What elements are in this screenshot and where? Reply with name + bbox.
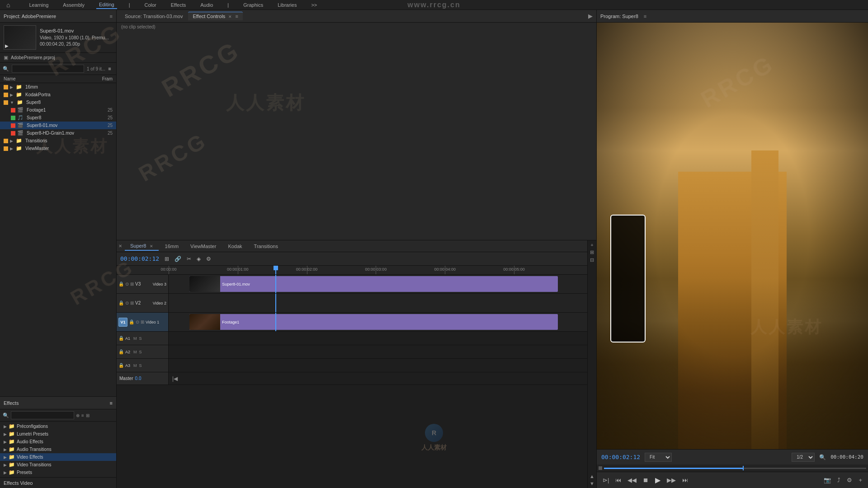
track-lock-v1[interactable]: 🔒 — [129, 319, 134, 324]
track-content-a3[interactable] — [169, 359, 587, 372]
clip-footage1-v1[interactable]: Footage1 — [189, 314, 558, 330]
tab-effect-controls[interactable]: Effect Controls ✕ ≡ — [188, 12, 243, 20]
track-content-a1[interactable] — [169, 332, 587, 345]
effects-btn1[interactable]: ⊕ — [76, 413, 80, 418]
timeline-ruler[interactable]: 00:00:00 00:00:01:00 00:00:02:00 00:00:0… — [117, 266, 587, 275]
effects-btn2[interactable]: ≡ — [81, 413, 84, 418]
track-m-a1[interactable]: M — [133, 336, 137, 341]
effects-menu-icon[interactable]: ≡ — [110, 400, 113, 406]
timeline-tab-kodak[interactable]: Kodak — [222, 242, 247, 250]
nav-libraries[interactable]: Libraries — [275, 1, 299, 9]
program-menu-icon[interactable]: ≡ — [644, 14, 646, 19]
timeline-tool-settings[interactable]: ⚙ — [204, 255, 213, 263]
ctrl-stop[interactable]: ⏹ — [641, 475, 651, 485]
timeline-tab-viewmaster[interactable]: ViewMaster — [185, 242, 222, 250]
track-sync-v3[interactable]: ⊞ — [130, 282, 134, 286]
list-item-kodakportra[interactable]: ▶ 📁 KodakPortra — [0, 91, 116, 99]
project-menu-icon[interactable]: ≡ — [110, 14, 113, 19]
ctrl-export-btn[interactable]: ⤴ — [835, 475, 843, 485]
track-content-a2[interactable] — [169, 345, 587, 358]
track-s-a2[interactable]: S — [139, 350, 142, 354]
timeline-tool-snap[interactable]: ⊞ — [163, 255, 171, 263]
nav-learning[interactable]: Learning — [26, 1, 51, 9]
track-select-v1[interactable]: V1 — [118, 318, 127, 327]
effect-item-video-effects[interactable]: ▶ 📁 Video Effects — [0, 453, 116, 461]
nav-assembly[interactable]: Assembly — [60, 1, 87, 9]
ctrl-add-btn[interactable]: + — [856, 475, 864, 485]
list-item-super8-clip[interactable]: 🎵 Super8 25 — [0, 114, 116, 122]
ctrl-step-next[interactable]: ⏭ — [680, 475, 690, 485]
track-m-a2[interactable]: M — [133, 350, 137, 354]
go-to-in-btn[interactable]: |◀ — [172, 375, 178, 382]
track-content-v3[interactable]: Super8-01.mov — [169, 275, 587, 293]
list-item-footage1[interactable]: 🎬 Footage1 25 — [0, 106, 116, 114]
effect-item-audio-effects[interactable]: ▶ 📁 Audio Effects — [0, 438, 116, 446]
list-item-super8-hd[interactable]: 🎬 Super8-HD-Grain1.mov 25 — [0, 129, 116, 137]
track-eye-v3[interactable]: ⊙ — [125, 282, 129, 286]
timeline-tool-razor[interactable]: ✂ — [185, 255, 193, 263]
track-lock-a3[interactable]: 🔒 — [118, 363, 124, 368]
track-m-a3[interactable]: M — [133, 363, 137, 368]
nav-color[interactable]: Color — [142, 1, 159, 9]
track-s-a3[interactable]: S — [139, 363, 142, 368]
track-lock-a1[interactable]: 🔒 — [118, 336, 124, 341]
track-eye-v2[interactable]: ⊙ — [125, 300, 129, 305]
track-s-a1[interactable]: S — [139, 336, 142, 341]
list-item-super8-folder[interactable]: ▼ 📁 Super8 — [0, 99, 116, 106]
ctrl-goto-in[interactable]: ⊳| — [600, 475, 611, 485]
zoom-icon[interactable]: 🔍 — [819, 454, 826, 460]
list-item-viewmaster[interactable]: ▶ 📁 ViewMaster — [0, 145, 116, 152]
tab-effect-controls-menu[interactable]: ≡ — [235, 14, 238, 19]
list-item-16mm[interactable]: ▶ 📁 16mm — [0, 83, 116, 91]
timeline-scroll-down[interactable]: ▼ — [590, 481, 594, 486]
list-view-icon[interactable]: ≡ — [108, 66, 111, 71]
nav-graphics[interactable]: Graphics — [241, 1, 266, 9]
track-eye-v1[interactable]: ⊙ — [136, 319, 139, 324]
ctrl-camera-btn[interactable]: 📷 — [821, 475, 833, 485]
effect-item-audio-transitions[interactable]: ▶ 📁 Audio Transitions — [0, 446, 116, 453]
program-progress-bar[interactable] — [597, 465, 868, 472]
panel-expand-btn[interactable]: ▶ — [588, 13, 593, 19]
close-timeline-btn[interactable]: ✕ — [118, 244, 122, 249]
ctrl-settings-btn[interactable]: ⚙ — [844, 475, 854, 485]
expand-arrow-transitions[interactable]: ▶ — [10, 139, 13, 143]
track-lock-a2[interactable]: 🔒 — [118, 349, 124, 354]
track-lock-v2[interactable]: 🔒 — [118, 300, 124, 305]
timeline-tool-link[interactable]: 🔗 — [173, 255, 183, 263]
clip-super8-01-v3[interactable]: Super8-01.mov — [189, 276, 558, 292]
expand-arrow-super8[interactable]: ▼ — [10, 100, 14, 105]
nav-effects[interactable]: Effects — [168, 1, 189, 9]
ctrl-step-back[interactable]: ⏮ — [613, 475, 623, 485]
list-item-super8-01[interactable]: 🎬 Super8-01.mov 25 — [0, 122, 116, 129]
effects-search-input[interactable] — [11, 411, 74, 419]
ctrl-play[interactable]: ▶ — [653, 474, 663, 486]
track-sync-v1[interactable]: ⊞ — [141, 319, 144, 324]
ruler-content[interactable]: 00:00:00 00:00:01:00 00:00:02:00 00:00:0… — [169, 266, 587, 274]
effect-item-preconfigurations[interactable]: ▶ 📁 Préconfigations — [0, 422, 116, 430]
project-thumbnail[interactable]: ▶ — [4, 25, 36, 50]
track-sync-v2[interactable]: ⊞ — [130, 300, 134, 305]
expand-arrow-kodak[interactable]: ▶ — [10, 93, 13, 97]
expand-arrow-16mm[interactable]: ▶ — [10, 85, 13, 89]
timeline-add-track-btn[interactable]: + — [590, 242, 593, 248]
timeline-tab-super8-close[interactable]: ✕ — [150, 244, 153, 249]
timeline-tab-transitions[interactable]: Transitions — [249, 242, 283, 250]
track-content-v1[interactable]: Footage1 — [169, 313, 587, 331]
ctrl-step-forward[interactable]: ▶▶ — [665, 475, 678, 485]
list-item-transitions[interactable]: ▶ 📁 Transitions — [0, 137, 116, 145]
effect-item-video-transitions[interactable]: ▶ 📁 Video Transitions — [0, 461, 116, 469]
project-search-input[interactable] — [12, 65, 84, 73]
expand-arrow-viewmaster[interactable]: ▶ — [10, 146, 13, 151]
effect-item-lumetri[interactable]: ▶ 📁 Lumetri Presets — [0, 430, 116, 438]
ctrl-step-backward[interactable]: ◀◀ — [625, 475, 639, 485]
home-icon[interactable]: ⌂ — [4, 0, 13, 9]
nav-audio[interactable]: Audio — [198, 1, 216, 9]
timeline-tool-marker[interactable]: ◈ — [195, 255, 203, 263]
timeline-tab-super8[interactable]: Super8 ✕ — [125, 242, 159, 251]
effect-item-presets[interactable]: ▶ 📁 Presets — [0, 469, 116, 476]
tab-source[interactable]: Source: Transition-03.mov — [120, 12, 187, 20]
quality-dropdown[interactable]: 1/2 Full 1/4 — [792, 453, 815, 462]
timeline-tab-16mm[interactable]: 16mm — [160, 242, 184, 250]
track-lock-v3[interactable]: 🔒 — [118, 282, 124, 286]
progress-playhead[interactable] — [743, 466, 744, 470]
